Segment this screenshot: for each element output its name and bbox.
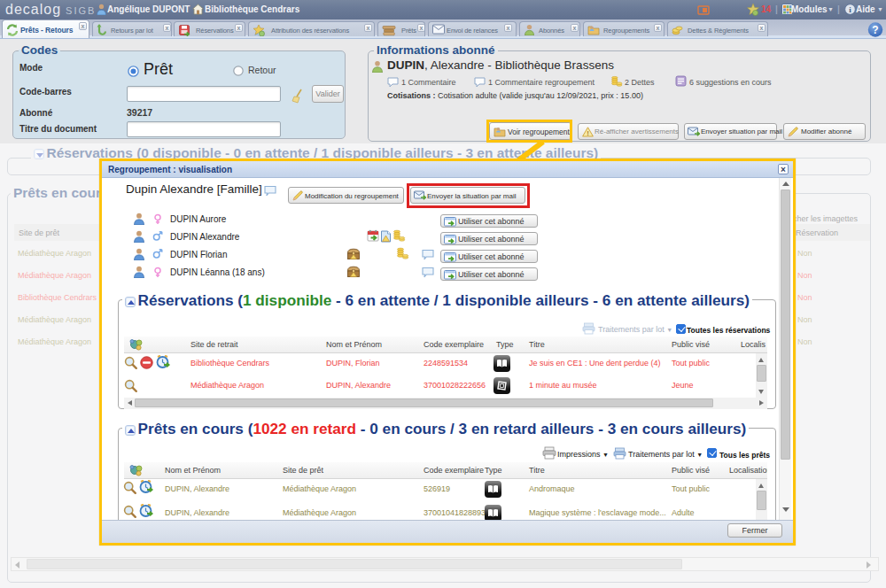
svg-text:?: ? xyxy=(872,24,878,36)
svg-text:!: ! xyxy=(587,129,589,137)
